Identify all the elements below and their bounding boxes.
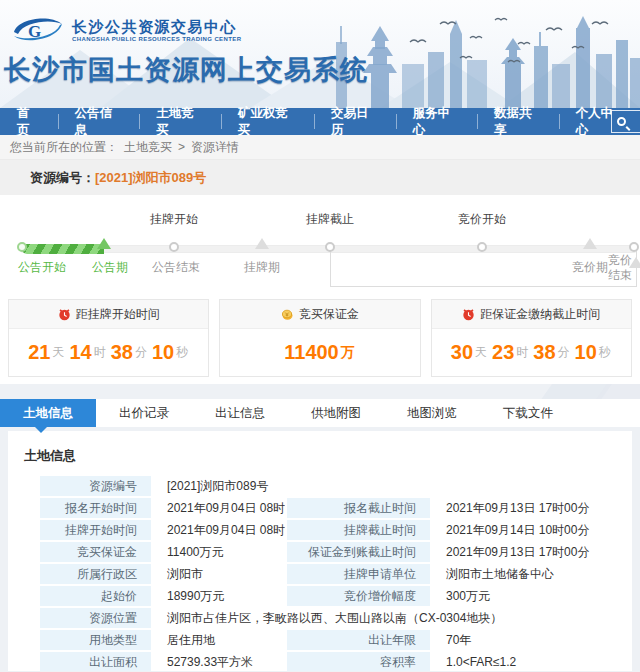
svg-text:G: G [28,22,41,41]
table-row: 所属行政区浏阳市挂牌申请单位浏阳市土地储备中心 [40,564,632,584]
countdown-unit: 天 [52,344,64,361]
field-value: 居住用地 [153,630,285,650]
tab-map-browse[interactable]: 地图浏览 [384,399,480,427]
nav-home[interactable]: 首页 [0,108,58,135]
field-label: 资源编号 [40,476,151,496]
breadcrumb-prefix: 您当前所在的位置： [10,139,118,156]
field-label: 起始价 [40,586,151,606]
field-label: 报名截止时间 [287,498,430,518]
nav-service-center[interactable]: 服务中心 [396,108,477,135]
countdown-unit: 万 [341,344,355,362]
timeline-marker-circle [17,242,27,252]
land-info-panel: 土地信息 资源编号[2021]浏阳市089号报名开始时间2021年09月04日 … [8,431,632,671]
section-title: 土地信息 [24,447,630,465]
timeline-stage-label: 公告开始 [18,259,66,276]
field-value: [2021]浏阳市089号 [153,476,632,496]
center-logo-icon: G [8,12,66,48]
table-row: 起始价18990万元竞价增价幅度300万元 [40,586,632,606]
field-label: 保证金到账截止时间 [287,542,430,562]
card-bid-deposit: 竞买保证金 11400万 [219,299,420,377]
field-value: 2021年09月04日 08时00分 [153,520,285,540]
logo-en-text: CHANGSHA PUBLIC RESOURCES TRADING CENTER [72,36,241,42]
tab-transfer-info[interactable]: 出让信息 [192,399,288,427]
timeline-progress [22,244,104,254]
timeline-top-label: 挂牌开始 [150,211,198,228]
timeline-stage-label: 竞价结束 [606,253,634,283]
table-row: 用地类型居住用地出让年限70年 [40,630,632,650]
field-value: 浏阳市 [153,564,285,584]
countdown-number: 30 [451,341,473,364]
field-value: 2021年09月13日 17时00分 [432,498,632,518]
card-title: 竞买保证金 [299,306,359,323]
field-value: 浏阳市土地储备中心 [432,564,632,584]
timeline-stage-label: 竞价期 [572,259,608,276]
card-deposit-deadline-countdown: 距保证金缴纳截止时间 30天23时38分10秒 [431,299,632,377]
countdown-unit: 秒 [176,344,188,361]
countdown-cards: 距挂牌开始时间 21天14时38分10秒 竞买保证金 11400万 [0,299,640,384]
search-icon [617,117,626,126]
field-value: 52739.33平方米 [153,652,285,671]
countdown-number: 21 [28,341,50,364]
nav-mining-rights[interactable]: 矿业权竞买 [221,108,314,135]
tab-land-info[interactable]: 土地信息 [0,399,96,427]
resource-number-label: 资源编号： [30,169,95,187]
birds-icon [400,12,630,72]
countdown-unit: 天 [475,344,487,361]
field-label: 竞价增价幅度 [287,586,430,606]
logo-zh-text: 长沙公共资源交易中心 [72,18,241,36]
field-value: 浏阳市占佳片区，李畋路以西、大围山路以南（CX-0304地块） [153,608,632,628]
countdown-number: 14 [69,341,91,364]
table-row: 出让面积52739.33平方米容积率1.0<FAR≤1.2 [40,652,632,671]
tab-plot-attachment-map[interactable]: 供地附图 [288,399,384,427]
field-label: 报名开始时间 [40,498,151,518]
detail-tabs: 土地信息出价记录出让信息供地附图地图浏览下载文件 [0,399,640,427]
nav-data-share[interactable]: 数据共享 [477,108,558,135]
tab-bid-records[interactable]: 出价记录 [96,399,192,427]
city-skyline-illustration [330,12,640,108]
field-label: 竞买保证金 [40,542,151,562]
nav-land-auction[interactable]: 土地竞买 [139,108,220,135]
card-title: 距保证金缴纳截止时间 [480,306,600,323]
countdown-unit: 分 [135,344,147,361]
search-button[interactable] [611,110,640,133]
countdown-unit: 时 [516,344,528,361]
tab-download-files[interactable]: 下载文件 [480,399,576,427]
countdown-unit: 秒 [599,344,611,361]
field-value: 2021年09月14日 10时00分 [432,520,632,540]
table-row: 报名开始时间2021年09月04日 08时00分报名截止时间2021年09月13… [40,498,632,518]
countdown-unit: 分 [558,344,570,361]
field-value: 1.0<FAR≤1.2 [432,652,632,671]
card-value: 11400万 [220,329,419,376]
field-label: 容积率 [287,652,430,671]
timeline-stage-label: 公告期 [92,259,128,276]
nav-announcements[interactable]: 公告信息 [58,108,139,135]
countdown-unit: 时 [94,344,106,361]
field-value: 11400万元 [153,542,285,562]
breadcrumb-link-land-auction[interactable]: 土地竞买 [124,139,172,156]
page-header: G 长沙公共资源交易中心 CHANGSHA PUBLIC RESOURCES T… [0,0,640,108]
breadcrumb-current: 资源详情 [191,139,239,156]
table-row: 挂牌开始时间2021年09月04日 08时00分挂牌截止时间2021年09月14… [40,520,632,540]
timeline-marker-triangle [255,238,269,249]
field-value: 70年 [432,630,632,650]
timeline-marker-circle [629,242,639,252]
center-logo-text: 长沙公共资源交易中心 CHANGSHA PUBLIC RESOURCES TRA… [72,18,241,42]
breadcrumb: 您当前所在的位置： 土地竞买 > 资源详情 [0,135,640,160]
page-title: 长沙市国土资源网上交易系统 [4,52,368,88]
card-listing-countdown: 距挂牌开始时间 21天14时38分10秒 [8,299,209,377]
main-nav: 首页公告信息土地竞买矿业权竞买交易日历服务中心数据共享个人中心 [0,108,640,135]
card-value: 30天23时38分10秒 [432,329,631,376]
breadcrumb-separator: > [178,140,185,154]
countdown-number: 11400 [284,341,339,364]
field-label: 出让年限 [287,630,430,650]
coin-icon [281,308,294,321]
nav-trade-calendar[interactable]: 交易日历 [314,108,395,135]
card-value: 21天14时38分10秒 [9,329,208,376]
field-value: 18990万元 [153,586,285,606]
countdown-number: 38 [533,341,555,364]
land-info-table: 资源编号[2021]浏阳市089号报名开始时间2021年09月04日 08时00… [38,474,632,671]
timeline-stage-label: 公告结束 [152,259,200,276]
field-label: 出让面积 [40,652,151,671]
countdown-number: 10 [575,341,597,364]
field-value: 2021年09月04日 08时00分 [153,498,285,518]
